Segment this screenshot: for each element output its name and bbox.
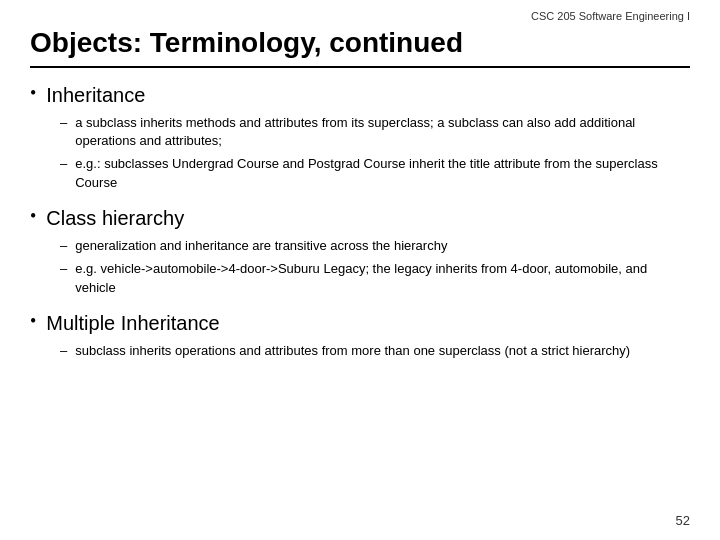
multiple-inheritance-sub-bullets: – subclass inherits operations and attri… (60, 342, 690, 361)
bullet-dot: • (30, 205, 36, 228)
class-hierarchy-title: Class hierarchy (46, 205, 184, 231)
header: CSC 205 Software Engineering I (30, 10, 690, 22)
sub-dash: – (60, 237, 67, 256)
bullet-main-inheritance: • Inheritance (30, 82, 690, 108)
sub-bullet: – e.g.: subclasses Undergrad Course and … (60, 155, 690, 193)
inheritance-sub-bullets: – a subclass inherits methods and attrib… (60, 114, 690, 193)
sub-text: subclass inherits operations and attribu… (75, 342, 690, 361)
section-inheritance: • Inheritance – a subclass inherits meth… (30, 82, 690, 193)
sub-bullet: – a subclass inherits methods and attrib… (60, 114, 690, 152)
sub-bullet: – subclass inherits operations and attri… (60, 342, 690, 361)
sub-dash: – (60, 114, 67, 133)
sub-text: e.g.: subclasses Undergrad Course and Po… (75, 155, 690, 193)
sub-dash: – (60, 342, 67, 361)
section-class-hierarchy: • Class hierarchy – generalization and i… (30, 205, 690, 298)
sub-bullet: – e.g. vehicle->automobile->4-door->Subu… (60, 260, 690, 298)
course-label: CSC 205 Software Engineering I (531, 10, 690, 22)
sub-dash: – (60, 155, 67, 174)
bullet-dot: • (30, 310, 36, 333)
sub-text: e.g. vehicle->automobile->4-door->Suburu… (75, 260, 690, 298)
page-container: CSC 205 Software Engineering I Objects: … (0, 0, 720, 540)
sub-text: generalization and inheritance are trans… (75, 237, 690, 256)
bullet-main-class-hierarchy: • Class hierarchy (30, 205, 690, 231)
divider (30, 66, 690, 68)
section-multiple-inheritance: • Multiple Inheritance – subclass inheri… (30, 310, 690, 361)
sub-text: a subclass inherits methods and attribut… (75, 114, 690, 152)
page-title: Objects: Terminology, continued (30, 26, 690, 60)
page-number: 52 (676, 513, 690, 528)
sub-dash: – (60, 260, 67, 279)
bullet-dot: • (30, 82, 36, 105)
class-hierarchy-sub-bullets: – generalization and inheritance are tra… (60, 237, 690, 298)
inheritance-title: Inheritance (46, 82, 145, 108)
bullet-main-multiple-inheritance: • Multiple Inheritance (30, 310, 690, 336)
sub-bullet: – generalization and inheritance are tra… (60, 237, 690, 256)
multiple-inheritance-title: Multiple Inheritance (46, 310, 219, 336)
